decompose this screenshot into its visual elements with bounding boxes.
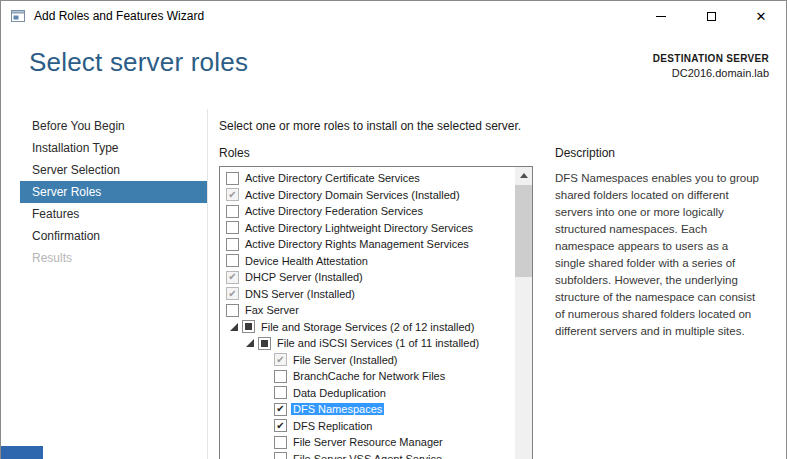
- role-row[interactable]: Active Directory Certificate Services: [220, 170, 515, 187]
- role-label: File Server Resource Manager: [291, 436, 445, 448]
- role-label: DNS Server (Installed): [243, 288, 357, 300]
- role-label: DHCP Server (Installed): [243, 271, 365, 283]
- role-row[interactable]: Data Deduplication: [220, 385, 515, 402]
- role-row[interactable]: Active Directory Domain Services (Instal…: [220, 187, 515, 204]
- close-icon: [756, 10, 767, 23]
- destination-server-block: DESTINATION SERVER DC2016.domain.lab: [653, 53, 769, 79]
- role-checkbox[interactable]: [226, 238, 239, 251]
- destination-server-label: DESTINATION SERVER: [653, 53, 769, 64]
- window-controls: [636, 1, 786, 31]
- maximize-button[interactable]: [686, 1, 736, 31]
- role-checkbox[interactable]: [226, 304, 239, 317]
- maximize-icon: [707, 12, 716, 21]
- wizard-header: Select server roles DESTINATION SERVER D…: [1, 31, 786, 109]
- role-checkbox[interactable]: [226, 172, 239, 185]
- sidebar-item-server-selection[interactable]: Server Selection: [20, 159, 207, 181]
- role-label: File and iSCSI Services (1 of 11 install…: [275, 337, 481, 349]
- sidebar-item-server-roles[interactable]: Server Roles: [20, 181, 207, 203]
- role-row[interactable]: Active Directory Lightweight Directory S…: [220, 220, 515, 237]
- role-checkbox[interactable]: [274, 452, 287, 459]
- wizard-content: Select one or more roles to install on t…: [208, 109, 786, 459]
- expander-icon[interactable]: [226, 323, 242, 331]
- role-row[interactable]: File Server (Installed): [220, 352, 515, 369]
- role-checkbox[interactable]: [258, 337, 271, 350]
- expander-icon[interactable]: [242, 339, 258, 347]
- role-checkbox[interactable]: [274, 403, 287, 416]
- window-title: Add Roles and Features Wizard: [34, 9, 204, 23]
- role-row[interactable]: DHCP Server (Installed): [220, 269, 515, 286]
- role-label: BranchCache for Network Files: [291, 370, 447, 382]
- roles-scrollbar[interactable]: [515, 167, 532, 459]
- description-panel: Description DFS Namespaces enables you t…: [555, 146, 773, 459]
- role-label: File Server VSS Agent Service: [291, 453, 444, 459]
- wizard-nav: Before You BeginInstallation TypeServer …: [1, 109, 208, 459]
- sidebar-item-installation-type[interactable]: Installation Type: [20, 137, 207, 159]
- titlebar: Add Roles and Features Wizard: [1, 1, 786, 31]
- role-label: Active Directory Lightweight Directory S…: [243, 222, 475, 234]
- role-checkbox[interactable]: [274, 436, 287, 449]
- role-checkbox[interactable]: [274, 419, 287, 432]
- role-row[interactable]: DFS Namespaces: [220, 401, 515, 418]
- role-checkbox[interactable]: [226, 205, 239, 218]
- scroll-up-button[interactable]: [515, 167, 532, 184]
- background-window-artifact: [1, 446, 43, 459]
- role-label: Active Directory Certificate Services: [243, 172, 422, 184]
- role-row[interactable]: Fax Server: [220, 302, 515, 319]
- role-label: Data Deduplication: [291, 387, 388, 399]
- role-label: Fax Server: [243, 304, 301, 316]
- sidebar-item-before-you-begin[interactable]: Before You Begin: [20, 115, 207, 137]
- description-text: DFS Namespaces enables you to group shar…: [555, 170, 760, 340]
- role-checkbox[interactable]: [226, 188, 239, 201]
- role-row[interactable]: File Server Resource Manager: [220, 434, 515, 451]
- role-label: Active Directory Domain Services (Instal…: [243, 189, 462, 201]
- role-row[interactable]: BranchCache for Network Files: [220, 368, 515, 385]
- role-row[interactable]: File Server VSS Agent Service: [220, 451, 515, 459]
- destination-server-name: DC2016.domain.lab: [653, 67, 769, 79]
- roles-label: Roles: [219, 146, 533, 160]
- close-button[interactable]: [736, 1, 786, 31]
- instruction-text: Select one or more roles to install on t…: [219, 119, 786, 133]
- role-checkbox[interactable]: [226, 287, 239, 300]
- role-row[interactable]: Active Directory Rights Management Servi…: [220, 236, 515, 253]
- sidebar-item-confirmation[interactable]: Confirmation: [20, 225, 207, 247]
- role-label: DFS Namespaces: [291, 403, 384, 415]
- add-roles-wizard-window: Add Roles and Features Wizard Select ser…: [0, 0, 787, 459]
- window-icon: [10, 8, 26, 24]
- role-row[interactable]: DFS Replication: [220, 418, 515, 435]
- role-label: File Server (Installed): [291, 354, 400, 366]
- description-heading: Description: [555, 146, 773, 160]
- role-checkbox[interactable]: [226, 254, 239, 267]
- role-checkbox[interactable]: [274, 386, 287, 399]
- role-checkbox[interactable]: [226, 271, 239, 284]
- wizard-body: Before You BeginInstallation TypeServer …: [1, 109, 786, 459]
- minimize-icon: [656, 16, 666, 17]
- role-checkbox[interactable]: [242, 320, 255, 333]
- roles-listbox[interactable]: Active Directory Certificate ServicesAct…: [219, 166, 533, 459]
- role-label: File and Storage Services (2 of 12 insta…: [259, 321, 476, 333]
- role-checkbox[interactable]: [274, 353, 287, 366]
- roles-column: Roles Active Directory Certificate Servi…: [219, 146, 533, 459]
- minimize-button[interactable]: [636, 1, 686, 31]
- role-row[interactable]: DNS Server (Installed): [220, 286, 515, 303]
- role-row[interactable]: Active Directory Federation Services: [220, 203, 515, 220]
- role-label: Active Directory Rights Management Servi…: [243, 238, 471, 250]
- role-row[interactable]: File and Storage Services (2 of 12 insta…: [220, 319, 515, 336]
- sidebar-item-results: Results: [20, 247, 207, 269]
- role-checkbox[interactable]: [226, 221, 239, 234]
- role-row[interactable]: Device Health Attestation: [220, 253, 515, 270]
- role-row[interactable]: File and iSCSI Services (1 of 11 install…: [220, 335, 515, 352]
- role-label: Device Health Attestation: [243, 255, 370, 267]
- sidebar-item-features[interactable]: Features: [20, 203, 207, 225]
- role-label: Active Directory Federation Services: [243, 205, 425, 217]
- scrollbar-thumb[interactable]: [515, 185, 532, 277]
- role-checkbox[interactable]: [274, 370, 287, 383]
- roles-list: Active Directory Certificate ServicesAct…: [220, 167, 515, 459]
- role-label: DFS Replication: [291, 420, 374, 432]
